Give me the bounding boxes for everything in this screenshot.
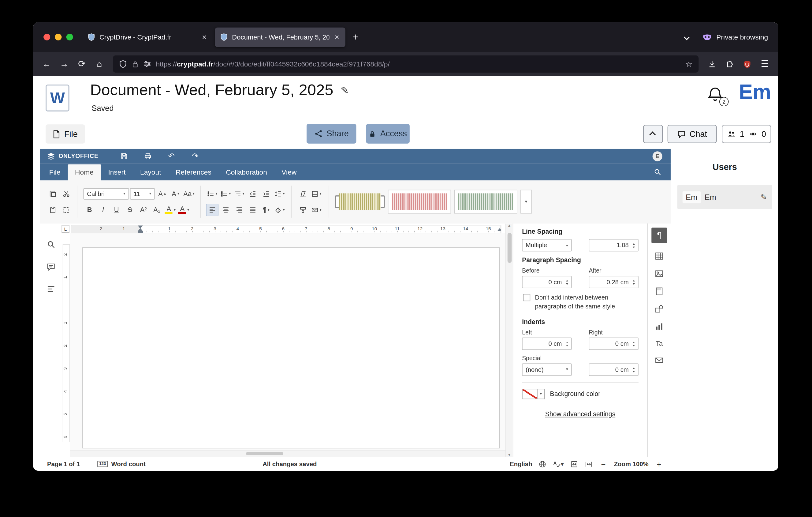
horizontal-scroll-thumb[interactable] (246, 452, 283, 455)
menu-references[interactable]: References (168, 164, 219, 181)
url-bar[interactable]: https://cryptpad.fr/doc/#/3/doc/edit/ff0… (113, 55, 698, 73)
bold-button[interactable]: B (84, 203, 96, 216)
home-button[interactable]: ⌂ (91, 56, 108, 72)
zoom-window-button[interactable] (66, 34, 73, 40)
copy-button[interactable] (47, 187, 59, 200)
chat-button[interactable]: Chat (668, 125, 717, 143)
document-page[interactable] (82, 247, 500, 448)
vertical-scroll-thumb[interactable] (508, 233, 512, 263)
left-indent-marker[interactable] (138, 228, 143, 231)
fit-width-icon[interactable] (585, 460, 593, 468)
minimize-window-button[interactable] (55, 34, 61, 40)
menu-hamburger-button[interactable]: ☰ (757, 56, 773, 72)
special-amount-spinner[interactable]: 0 cm▴▾ (589, 363, 638, 376)
editor-user-avatar[interactable]: E (652, 151, 662, 161)
menu-file[interactable]: File (42, 164, 68, 181)
justify-button[interactable] (246, 203, 259, 216)
notifications-bell[interactable]: 2 (707, 85, 726, 106)
shape-settings-tab[interactable] (655, 304, 664, 314)
editor-search-button[interactable] (654, 168, 661, 175)
document-title[interactable]: Document - Wed, February 5, 2025 ✎ (90, 81, 349, 99)
mail-merge-button[interactable]: ▾ (310, 203, 323, 216)
indent-left-spinner[interactable]: 0 cm▴▾ (522, 337, 572, 350)
word-count-button[interactable]: 123 Word count (97, 460, 146, 468)
style-preview-1[interactable] (335, 195, 384, 208)
url-text[interactable]: https://cryptpad.fr/doc/#/3/doc/edit/ff0… (156, 60, 681, 68)
clear-style-button[interactable] (297, 187, 309, 200)
menu-collaboration[interactable]: Collaboration (219, 164, 274, 181)
grow-font-button[interactable]: A▴ (156, 187, 168, 200)
scroll-down-arrow[interactable]: ▼ (508, 453, 511, 457)
find-button[interactable] (46, 240, 55, 249)
chart-settings-tab[interactable] (655, 322, 664, 331)
header-footer-settings-tab[interactable] (655, 287, 664, 296)
share-button[interactable]: Share (307, 124, 356, 144)
document-language[interactable]: English (510, 460, 532, 468)
navigation-headings-button[interactable] (46, 284, 55, 293)
cut-button[interactable] (60, 187, 72, 200)
menu-view[interactable]: View (274, 164, 304, 181)
indent-right-spinner[interactable]: 0 cm▴▾ (589, 337, 638, 350)
new-tab-button[interactable]: + (345, 31, 366, 43)
font-size-select[interactable]: 11▾ (130, 188, 155, 199)
bullets-button[interactable]: ▾ (206, 187, 219, 200)
horizontal-ruler[interactable]: 2 1 1 2 3 4 5 6 7 8 9 10 11 (71, 225, 501, 234)
line-spacing-button[interactable]: ▾ (273, 187, 286, 200)
spacing-before-spinner[interactable]: 0 cm▴▾ (522, 276, 572, 288)
spacing-after-spinner[interactable]: 0.28 cm▴▾ (589, 276, 638, 288)
tab-close-icon[interactable]: × (334, 33, 340, 42)
textart-settings-tab[interactable]: Ta (656, 340, 663, 347)
zoom-in-button[interactable]: + (655, 459, 663, 468)
tab-cryptdrive[interactable]: CryptDrive - CryptPad.fr × (82, 27, 213, 47)
horizontal-scrollbar[interactable] (70, 450, 505, 457)
participants-button[interactable]: 1 0 (722, 125, 771, 143)
paragraph-color-button[interactable]: ▾ (310, 187, 323, 200)
superscript-button[interactable]: A² (137, 203, 150, 216)
align-center-button[interactable] (220, 203, 232, 216)
file-button[interactable]: File (46, 124, 85, 144)
background-color-dropdown[interactable]: ▾ (538, 389, 545, 399)
reload-button[interactable]: ⟳ (74, 56, 90, 72)
user-avatar[interactable]: Em (739, 80, 771, 104)
shading-button[interactable]: ▾ (273, 203, 286, 216)
paragraph-settings-tab[interactable]: ¶ (651, 227, 667, 243)
comments-button[interactable] (46, 262, 55, 271)
line-spacing-select[interactable]: Multiple▾ (522, 239, 572, 251)
styles-gallery-expand-button[interactable]: ▾ (520, 190, 532, 214)
menu-layout[interactable]: Layout (133, 164, 168, 181)
tracking-shield-icon[interactable] (119, 60, 127, 68)
page-indicator[interactable]: Page 1 of 1 (47, 460, 80, 468)
show-advanced-settings-link[interactable]: Show advanced settings (522, 410, 639, 418)
tab-close-icon[interactable]: × (201, 33, 208, 42)
edit-user-pencil-icon[interactable]: ✎ (760, 192, 767, 201)
paste-button[interactable] (47, 203, 59, 216)
redo-button[interactable]: ↷ (187, 151, 203, 161)
background-color-swatch[interactable] (522, 389, 538, 399)
checkbox[interactable] (523, 294, 530, 301)
zoom-out-button[interactable]: − (599, 459, 608, 468)
ublock-icon[interactable] (739, 56, 755, 72)
lock-icon[interactable] (132, 60, 139, 68)
multilevel-list-button[interactable]: ▾ (233, 187, 246, 200)
vertical-ruler[interactable]: 2 1 1 2 3 4 5 6 (63, 244, 70, 442)
list-tabs-button[interactable] (676, 35, 697, 39)
interval-checkbox-row[interactable]: Don't add interval between paragraphs of… (523, 293, 639, 311)
spellcheck-icon[interactable]: ▾ (553, 460, 564, 468)
menu-home[interactable]: Home (68, 164, 101, 181)
bookmark-star-icon[interactable]: ☆ (685, 59, 692, 69)
nonprinting-characters-button[interactable]: ¶▾ (260, 203, 272, 216)
style-preview-2[interactable] (388, 190, 451, 214)
subscript-button[interactable]: A₂ (151, 203, 164, 216)
back-button[interactable]: ← (38, 56, 55, 72)
mail-merge-settings-tab[interactable] (655, 356, 664, 365)
zoom-level[interactable]: Zoom 100% (614, 460, 648, 468)
highlight-color-button[interactable]: A ▾ (164, 203, 177, 216)
decrease-indent-button[interactable] (246, 187, 259, 200)
save-button[interactable] (116, 152, 132, 160)
fit-page-icon[interactable] (570, 460, 578, 468)
image-settings-tab[interactable] (655, 269, 664, 278)
forward-button[interactable]: → (56, 56, 72, 72)
numbering-button[interactable]: ▾ (220, 187, 232, 200)
document-canvas[interactable] (70, 234, 505, 457)
align-right-button[interactable] (233, 203, 246, 216)
